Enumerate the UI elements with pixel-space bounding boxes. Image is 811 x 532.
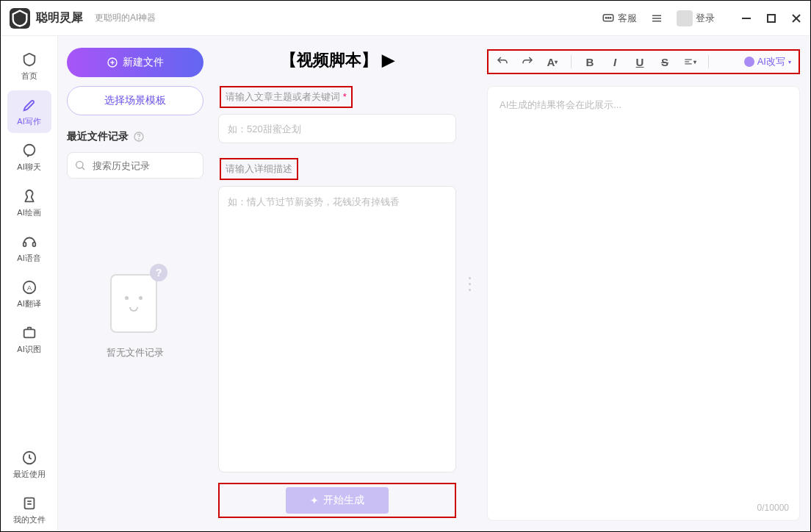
- bold-icon[interactable]: B: [583, 55, 596, 68]
- underline-icon[interactable]: U: [633, 55, 646, 68]
- italic-icon[interactable]: I: [608, 55, 621, 68]
- sidebar-label: AI绘画: [17, 207, 40, 218]
- support-label: 客服: [618, 12, 637, 25]
- search-input[interactable]: [67, 152, 203, 179]
- svg-text:A: A: [26, 284, 32, 291]
- svg-rect-12: [23, 242, 26, 246]
- left-panel: 新建文件 选择场景模板 最近文件记录 ? 暂无文件记录: [58, 36, 212, 531]
- mid-panel: 【视频脚本】 ▶ 请输入文章主题或者关键词 * 请输入详细描述 ✦ 开始生成: [212, 36, 462, 531]
- svg-point-2: [608, 17, 609, 18]
- sidebar-label: 最近使用: [13, 469, 46, 480]
- page-title-text: 【视频脚本】: [281, 49, 378, 71]
- undo-icon[interactable]: [496, 55, 509, 68]
- svg-point-11: [24, 144, 35, 155]
- menu-button[interactable]: [650, 12, 663, 25]
- redo-icon[interactable]: [521, 55, 534, 68]
- sidebar-label: AI语音: [17, 253, 40, 264]
- new-file-button[interactable]: 新建文件: [67, 48, 203, 77]
- sidebar-label: AI翻译: [17, 298, 40, 309]
- output-placeholder: AI生成的结果将会在此展示...: [500, 99, 621, 110]
- sidebar-item-chat[interactable]: AI聊天: [7, 136, 51, 179]
- header-actions: 客服 登录: [602, 10, 801, 26]
- play-icon: ▶: [382, 51, 394, 70]
- output-area[interactable]: AI生成的结果将会在此展示... 0/10000: [487, 86, 800, 521]
- svg-point-26: [76, 162, 83, 168]
- strike-icon[interactable]: S: [658, 55, 671, 68]
- svg-rect-13: [32, 242, 35, 246]
- logo: 聪明灵犀 更聪明的AI神器: [10, 8, 156, 29]
- login-button[interactable]: 登录: [677, 10, 715, 26]
- generate-button[interactable]: ✦ 开始生成: [286, 487, 389, 514]
- drag-handle[interactable]: [465, 275, 474, 292]
- sidebar-item-draw[interactable]: AI绘画: [7, 181, 51, 224]
- sidebar-label: AI写作: [17, 116, 40, 127]
- svg-line-27: [82, 168, 84, 170]
- desc-label: 请输入详细描述: [220, 158, 298, 180]
- topic-label: 请输入文章主题或者关键词 *: [220, 86, 353, 108]
- align-icon[interactable]: ▾: [683, 55, 696, 68]
- char-count: 0/10000: [757, 503, 789, 513]
- sidebar-item-voice[interactable]: AI语音: [7, 227, 51, 270]
- sidebar-item-write[interactable]: AI写作: [7, 90, 51, 133]
- ai-rewrite-icon: [744, 57, 754, 67]
- empty-text: 暂无文件记录: [107, 346, 164, 359]
- topic-input[interactable]: [218, 114, 456, 143]
- sidebar-item-translate[interactable]: A AI翻译: [7, 273, 51, 315]
- sidebar-label: AI聊天: [17, 162, 40, 173]
- search-icon: [74, 159, 86, 171]
- font-color-icon[interactable]: A▾: [546, 55, 559, 68]
- ai-rewrite-button[interactable]: AI改写 ▾: [744, 55, 791, 68]
- sidebar-item-vision[interactable]: AI识图: [7, 318, 51, 361]
- svg-rect-8: [768, 15, 775, 22]
- recent-title: 最近文件记录: [67, 130, 203, 143]
- avatar-icon: [677, 10, 693, 26]
- empty-illustration: ?: [106, 268, 165, 334]
- recent-title-text: 最近文件记录: [67, 130, 129, 143]
- main: 首页 AI写作 AI聊天 AI绘画 AI语音 A AI翻译 AI识图: [1, 36, 810, 531]
- sidebar-item-files[interactable]: 我的文件: [7, 489, 51, 531]
- sidebar-label: 我的文件: [13, 514, 46, 525]
- titlebar: 聪明灵犀 更聪明的AI神器 客服 登录: [1, 1, 810, 36]
- plus-icon: [107, 57, 118, 68]
- page-title: 【视频脚本】 ▶: [218, 49, 456, 71]
- generate-wrap: ✦ 开始生成: [218, 483, 456, 518]
- support-button[interactable]: 客服: [602, 12, 637, 25]
- right-panel: A▾ B I U S ▾ AI改写 ▾ AI生成的结果将会在此展示... 0/1…: [477, 36, 810, 531]
- desc-textarea[interactable]: [218, 186, 456, 472]
- close-icon[interactable]: [791, 13, 801, 24]
- app-name: 聪明灵犀: [36, 10, 83, 26]
- search-box: [67, 152, 203, 179]
- new-file-label: 新建文件: [123, 56, 164, 69]
- sparkle-icon: ✦: [310, 495, 319, 506]
- ai-rewrite-label: AI改写: [757, 55, 785, 68]
- app-tagline: 更聪明的AI神器: [95, 12, 156, 24]
- sidebar-label: 首页: [21, 71, 37, 82]
- svg-point-25: [139, 139, 140, 140]
- empty-state: ? 暂无文件记录: [67, 268, 203, 359]
- sidebar-item-recent[interactable]: 最近使用: [7, 443, 51, 486]
- login-label: 登录: [696, 12, 715, 25]
- editor-toolbar: A▾ B I U S ▾ AI改写 ▾: [487, 49, 800, 74]
- minimize-icon[interactable]: [741, 13, 751, 24]
- svg-rect-16: [24, 329, 35, 337]
- svg-point-1: [605, 17, 607, 18]
- maximize-icon[interactable]: [766, 13, 776, 24]
- sidebar-label: AI识图: [17, 344, 40, 355]
- choose-template-button[interactable]: 选择场景模板: [67, 86, 203, 115]
- help-icon[interactable]: [133, 131, 145, 143]
- app-logo-icon: [10, 8, 30, 29]
- svg-point-3: [610, 17, 611, 18]
- sidebar-item-home[interactable]: 首页: [7, 45, 51, 87]
- generate-label: 开始生成: [323, 494, 364, 507]
- sidebar: 首页 AI写作 AI聊天 AI绘画 AI语音 A AI翻译 AI识图: [1, 36, 58, 531]
